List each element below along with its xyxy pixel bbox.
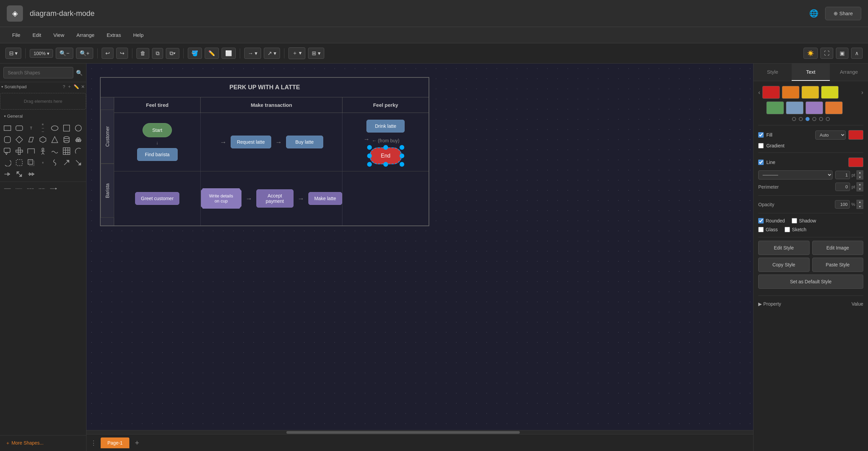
set-default-button[interactable]: Set as Default Style	[758, 275, 863, 289]
table-button[interactable]: ⊞ ▾	[308, 48, 324, 59]
paste-button[interactable]: ⧉▾	[166, 48, 179, 59]
copy-button[interactable]: ⧉	[152, 48, 163, 59]
menu-help[interactable]: Help	[128, 30, 149, 40]
shape-ring[interactable]	[3, 158, 12, 167]
menu-view[interactable]: View	[48, 30, 70, 40]
fill-select[interactable]: Auto None Color	[815, 130, 846, 140]
shadow-checkbox[interactable]	[792, 218, 797, 223]
dot-5[interactable]	[819, 117, 823, 121]
shape-diamond[interactable]	[15, 135, 24, 144]
paste-style-button[interactable]: Paste Style	[812, 258, 864, 272]
shape-inner-shadow[interactable]	[26, 158, 36, 167]
search-input[interactable]	[3, 67, 73, 78]
shape-person[interactable]	[38, 146, 48, 156]
tab-arrange[interactable]: Arrange	[830, 64, 868, 81]
accept-payment-node[interactable]: Accept payment	[256, 189, 293, 208]
shape-list[interactable]: ≡	[38, 158, 48, 167]
fill-checkbox[interactable]	[758, 132, 764, 138]
scratchpad-close-icon[interactable]: ✕	[81, 84, 85, 89]
line-checkbox[interactable]	[758, 160, 764, 165]
zoom-out-button[interactable]: 🔍−	[56, 48, 73, 59]
swatch-purple[interactable]	[806, 101, 823, 114]
dot-3-active[interactable]	[806, 117, 810, 121]
tab-text[interactable]: Text	[792, 64, 830, 81]
shape-square[interactable]	[62, 123, 71, 133]
shape-cloud[interactable]	[74, 135, 83, 144]
waypoint-button[interactable]: ↗ ▾	[264, 48, 280, 59]
prev-colors-icon[interactable]: ‹	[758, 89, 760, 96]
shape-cross[interactable]	[15, 146, 24, 156]
handle-br[interactable]	[400, 162, 404, 167]
general-section-header[interactable]: ▾ General	[0, 112, 86, 121]
shape-s-curve[interactable]	[50, 158, 59, 167]
page-tab-1[interactable]: Page-1	[101, 437, 129, 448]
scratchpad-help-icon[interactable]: ?	[63, 84, 65, 89]
zoom-control[interactable]: 100% ▾	[30, 49, 53, 58]
swatch-orange2[interactable]	[825, 101, 843, 114]
handle-tr[interactable]	[400, 145, 404, 150]
dot-4[interactable]	[812, 117, 816, 121]
undo-button[interactable]: ↩	[102, 48, 113, 59]
theme-button[interactable]: ☀️	[803, 48, 818, 59]
scratchpad-edit-icon[interactable]: ✏️	[74, 84, 79, 89]
edit-image-button[interactable]: Edit Image	[812, 241, 864, 255]
edit-style-button[interactable]: Edit Style	[758, 241, 810, 255]
handle-tl[interactable]	[367, 145, 372, 150]
next-colors-icon[interactable]: ›	[861, 89, 863, 96]
glass-checkbox[interactable]	[758, 227, 764, 232]
find-barista-node[interactable]: Find barista	[137, 148, 178, 161]
h-scroll-thumb[interactable]	[286, 431, 520, 434]
swatch-yellow-orange[interactable]	[801, 86, 819, 99]
shape-ellipse[interactable]	[50, 123, 59, 133]
swatch-blue[interactable]	[786, 101, 803, 114]
more-shapes-button[interactable]: ＋ More Shapes...	[0, 435, 86, 451]
shape-line-long-dash[interactable]	[37, 184, 47, 193]
make-latte-node[interactable]: Make latte	[308, 192, 342, 205]
globe-button[interactable]: 🌐	[809, 9, 818, 18]
start-node[interactable]: Start	[143, 123, 172, 137]
zoom-in-button[interactable]: 🔍+	[76, 48, 93, 59]
connector-button[interactable]: → ▾	[244, 48, 261, 59]
opacity-down[interactable]: ▼	[857, 205, 863, 209]
gradient-checkbox[interactable]	[758, 143, 764, 148]
shape-hexagon[interactable]	[38, 135, 48, 144]
shape-wave[interactable]	[50, 146, 59, 156]
opacity-input[interactable]	[835, 200, 850, 209]
shape-bracket[interactable]	[15, 158, 24, 167]
line-width-down[interactable]: ▼	[857, 175, 863, 180]
shape-rounded-rect[interactable]	[15, 123, 24, 133]
shape-arrow-45[interactable]	[62, 158, 71, 167]
h-scrollbar[interactable]	[86, 430, 753, 434]
handle-bl[interactable]	[367, 162, 372, 167]
line-width-input[interactable]	[835, 171, 850, 179]
line-color-box[interactable]	[848, 158, 863, 167]
shape-grid[interactable]	[62, 146, 71, 156]
shape-line-arrow[interactable]	[49, 184, 58, 193]
scratchpad-add-icon[interactable]: ＋	[67, 84, 72, 90]
swatch-green[interactable]	[766, 101, 784, 114]
perimeter-down[interactable]: ▼	[857, 187, 863, 191]
shape-cylinder[interactable]	[62, 135, 71, 144]
shape-text[interactable]: T	[26, 123, 36, 133]
shape-parallelogram[interactable]	[26, 135, 36, 144]
line-color-button[interactable]: ✏️	[205, 48, 219, 59]
menu-edit[interactable]: Edit	[27, 30, 47, 40]
shape-triangle[interactable]	[50, 135, 59, 144]
shape-dbl-arrow-right[interactable]	[26, 169, 36, 179]
fullscreen-button[interactable]: ⛶	[820, 48, 833, 59]
shape-rect[interactable]	[3, 123, 12, 133]
buy-latte-node[interactable]: Buy latte	[286, 136, 323, 148]
perimeter-up[interactable]: ▲	[857, 182, 863, 187]
opacity-up[interactable]: ▲	[857, 200, 863, 204]
sketch-checkbox[interactable]	[785, 227, 790, 232]
add-page-button[interactable]: +	[132, 437, 142, 449]
swatch-orange[interactable]	[782, 86, 799, 99]
swatch-yellow[interactable]	[821, 86, 839, 99]
handle-bottom[interactable]	[383, 162, 388, 167]
connection-button[interactable]: ⬜	[222, 48, 236, 59]
menu-file[interactable]: File	[7, 30, 26, 40]
handle-right[interactable]	[400, 153, 404, 158]
page-menu-icon[interactable]: ⋮	[91, 439, 97, 447]
line-width-up[interactable]: ▲	[857, 170, 863, 175]
sidebar-toggle-button[interactable]: ⊟ ▾	[5, 48, 21, 59]
